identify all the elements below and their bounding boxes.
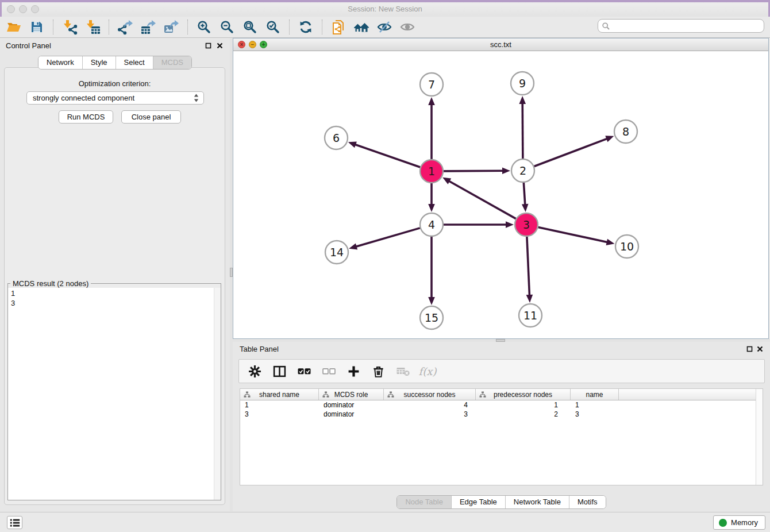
graph-node-3[interactable]: 3 xyxy=(515,213,538,236)
export-image-icon[interactable] xyxy=(160,18,183,36)
result-scrollbar[interactable] xyxy=(214,288,221,500)
graph-node-4[interactable]: 4 xyxy=(420,213,443,236)
cell-shared-name[interactable]: 3 xyxy=(240,410,319,419)
cell-shared-name[interactable]: 1 xyxy=(240,400,319,410)
graph-edge-3-10[interactable] xyxy=(538,227,615,245)
network-canvas[interactable]: 7968124314101511 xyxy=(233,51,768,339)
import-table-icon[interactable] xyxy=(81,18,104,36)
hide-details-icon[interactable] xyxy=(373,18,396,36)
graph-node-label: 2 xyxy=(519,164,526,177)
zoom-selected-icon[interactable] xyxy=(261,18,284,36)
zoom-out-icon[interactable] xyxy=(215,18,238,36)
table-settings-icon[interactable] xyxy=(247,364,262,379)
show-columns-icon[interactable] xyxy=(272,364,287,379)
graph-edge-2-3[interactable] xyxy=(522,183,529,212)
graph-node-10[interactable]: 10 xyxy=(615,235,638,258)
control-panel-tabs: NetworkStyleSelectMCDS xyxy=(38,56,192,70)
column-header-successor-nodes[interactable]: successor nodes xyxy=(384,389,476,400)
tab-mcds[interactable]: MCDS xyxy=(153,56,191,69)
unselect-all-columns-icon[interactable] xyxy=(321,364,336,379)
graph-edge-1-7[interactable] xyxy=(428,97,435,159)
save-session-icon[interactable] xyxy=(25,18,48,36)
graph-node-label: 4 xyxy=(428,218,435,231)
graph-edge-1-4[interactable] xyxy=(428,183,435,212)
graph-node-2[interactable]: 2 xyxy=(511,159,534,182)
column-header-mcds-role[interactable]: MCDS role xyxy=(319,389,384,400)
cell-name[interactable]: 3 xyxy=(571,410,619,419)
graph-edge-4-15[interactable] xyxy=(428,237,435,305)
memory-button[interactable]: Memory xyxy=(713,515,765,530)
mcds-result-text[interactable]: 1 3 xyxy=(8,288,214,500)
cell-mcds-role[interactable]: dominator xyxy=(319,400,384,410)
close-table-panel-icon[interactable] xyxy=(757,346,763,352)
column-header-predecessor-nodes[interactable]: predecessor nodes xyxy=(476,389,571,400)
apply-layout-icon[interactable] xyxy=(294,18,317,36)
cell-successor-nodes[interactable]: 3 xyxy=(384,410,476,419)
graph-node-6[interactable]: 6 xyxy=(325,126,348,149)
task-history-button[interactable] xyxy=(7,516,22,529)
graph-edge-3-11[interactable] xyxy=(526,237,533,303)
column-header-shared-name[interactable]: shared name xyxy=(240,389,319,400)
close-panel-button[interactable]: Close panel xyxy=(121,110,181,124)
memory-button-label: Memory xyxy=(731,518,758,527)
graph-edge-1-6[interactable] xyxy=(348,141,420,167)
graph-edge-3-1[interactable] xyxy=(442,178,516,219)
table-tab-network-table[interactable]: Network Table xyxy=(506,496,569,508)
graph-node-label: 15 xyxy=(425,311,438,324)
cell-predecessor-nodes[interactable]: 2 xyxy=(476,410,571,419)
graph-edge-4-14[interactable] xyxy=(349,228,420,250)
add-column-icon[interactable] xyxy=(346,364,361,379)
graph-node-label: 8 xyxy=(622,125,629,138)
houses-icon[interactable] xyxy=(350,18,373,36)
cell-successor-nodes[interactable]: 4 xyxy=(384,400,476,410)
import-network-icon[interactable] xyxy=(58,18,81,36)
cell-mcds-role[interactable]: dominator xyxy=(319,410,384,419)
graph-node-11[interactable]: 11 xyxy=(519,304,542,327)
search-input[interactable] xyxy=(612,21,760,30)
table-panel: Table Panel f(x) shared nameMCDS rolesuc… xyxy=(233,342,770,511)
column-header-name[interactable]: name xyxy=(571,389,619,400)
optimization-criterion-label: Optimization criterion: xyxy=(5,79,225,88)
toolbar-divider xyxy=(109,20,109,34)
close-panel-icon[interactable] xyxy=(217,43,223,49)
graph-node-9[interactable]: 9 xyxy=(511,72,534,95)
graph-edge-4-3[interactable] xyxy=(444,221,514,228)
table-row-1[interactable]: 1dominator411 xyxy=(240,400,763,410)
graph-node-7[interactable]: 7 xyxy=(420,73,443,96)
graph-edge-1-2[interactable] xyxy=(444,167,510,174)
graph-edge-2-9[interactable] xyxy=(519,96,526,159)
cell-predecessor-nodes[interactable]: 1 xyxy=(476,400,571,410)
toolbar-divider xyxy=(53,20,53,34)
search-box[interactable] xyxy=(598,19,764,33)
clone-network-icon[interactable] xyxy=(327,18,350,36)
network-window: × − + scc.txt 7968124314101511 xyxy=(233,38,769,339)
tab-network[interactable]: Network xyxy=(38,56,83,69)
criterion-select[interactable]: strongly connected component xyxy=(26,91,204,105)
graph-edge-2-8[interactable] xyxy=(534,136,614,166)
open-session-icon[interactable] xyxy=(2,18,25,36)
graph-node-1[interactable]: 1 xyxy=(420,160,443,183)
memory-status-icon xyxy=(719,519,727,527)
export-network-icon[interactable] xyxy=(114,18,137,36)
delete-columns-icon[interactable] xyxy=(371,364,386,379)
task-list-icon xyxy=(9,517,21,529)
graph-node-8[interactable]: 8 xyxy=(614,120,637,143)
graph-node-15[interactable]: 15 xyxy=(420,306,443,329)
export-table-icon[interactable] xyxy=(137,18,160,36)
zoom-in-icon[interactable] xyxy=(192,18,215,36)
table-scrollbar[interactable] xyxy=(756,389,763,485)
table-tab-edge-table[interactable]: Edge Table xyxy=(452,496,506,508)
network-window-titlebar[interactable]: × − + scc.txt xyxy=(233,38,768,51)
float-table-panel-icon[interactable] xyxy=(746,346,753,352)
cell-name[interactable]: 1 xyxy=(571,400,619,410)
float-panel-icon[interactable] xyxy=(205,43,211,49)
graph-node-14[interactable]: 14 xyxy=(325,241,348,264)
table-row-2[interactable]: 3dominator323 xyxy=(240,410,763,419)
select-all-columns-icon[interactable] xyxy=(297,364,311,379)
zoom-fit-icon[interactable] xyxy=(238,18,261,36)
tab-select[interactable]: Select xyxy=(116,56,153,69)
table-tab-node-table[interactable]: Node Table xyxy=(397,496,452,508)
tab-style[interactable]: Style xyxy=(83,56,116,69)
run-mcds-button[interactable]: Run MCDS xyxy=(59,110,113,124)
table-tab-motifs[interactable]: Motifs xyxy=(569,496,606,508)
